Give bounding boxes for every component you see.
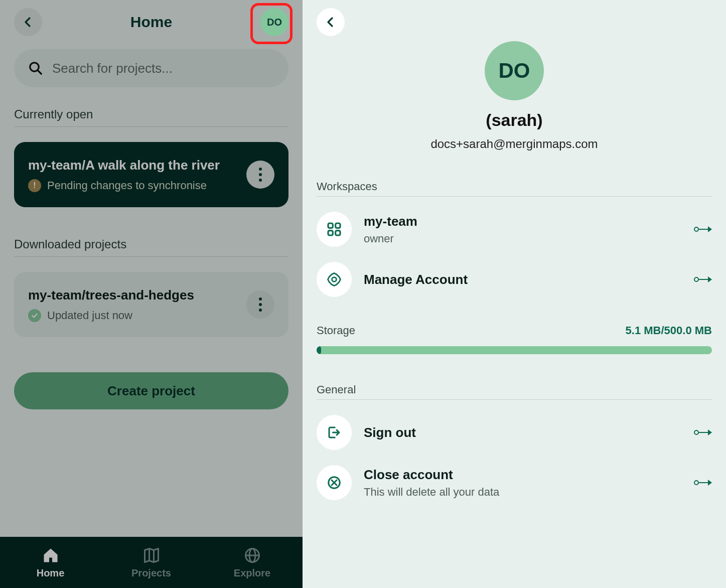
project-more-button[interactable] [246, 161, 274, 189]
svg-rect-5 [328, 223, 333, 228]
globe-icon [242, 546, 262, 564]
search-icon [28, 61, 43, 76]
storage-value: 5.1 MB/500.0 MB [626, 324, 712, 337]
nav-explore[interactable]: Explore [202, 537, 303, 588]
home-header: Home DO [14, 7, 288, 37]
chevron-left-icon [325, 16, 337, 28]
svg-rect-7 [328, 231, 333, 235]
workspace-name: my-team [364, 214, 694, 229]
workspace-icon [317, 212, 352, 247]
close-account-icon [317, 465, 352, 500]
project-more-button[interactable] [246, 290, 274, 319]
key-arrow-icon [694, 276, 712, 282]
project-status: Pending changes to synchronise [47, 179, 207, 192]
pending-icon: ! [28, 179, 41, 192]
svg-point-9 [332, 277, 337, 282]
current-project-card[interactable]: my-team/A walk along the river ! Pending… [14, 142, 288, 207]
close-account-sub: This will delete all your data [364, 486, 694, 499]
bottom-nav: Home Projects Explore [0, 537, 303, 588]
home-icon [41, 546, 61, 564]
sign-out-icon [317, 415, 352, 450]
close-account-label: Close account [364, 467, 694, 483]
gear-icon [317, 262, 352, 297]
storage-row: Storage 5.1 MB/500.0 MB [317, 324, 712, 337]
manage-account-label: Manage Account [364, 272, 694, 287]
workspace-role: owner [364, 232, 694, 245]
nav-home[interactable]: Home [0, 537, 101, 588]
manage-account-row[interactable]: Manage Account [317, 262, 712, 297]
chevron-left-icon [22, 16, 34, 28]
project-status: Updated just now [47, 309, 132, 322]
avatar-large: DO [485, 41, 544, 100]
highlight-annotation [250, 3, 293, 44]
svg-rect-6 [336, 223, 340, 228]
account-screen: DO (sarah) docs+sarah@merginmaps.com Wor… [303, 0, 726, 588]
svg-line-1 [38, 70, 41, 74]
create-project-button[interactable]: Create project [14, 372, 288, 409]
back-button[interactable] [317, 8, 345, 36]
username: (sarah) [317, 110, 712, 130]
ok-icon [28, 309, 41, 322]
back-button[interactable] [14, 8, 42, 36]
key-arrow-icon [694, 480, 712, 486]
profile-block: DO (sarah) docs+sarah@merginmaps.com [317, 41, 712, 151]
key-arrow-icon [694, 429, 712, 435]
project-name: my-team/trees-and-hedges [28, 287, 194, 303]
section-downloaded: Downloaded projects [14, 237, 288, 251]
storage-fill [317, 346, 321, 354]
key-arrow-icon [694, 226, 712, 232]
map-icon [141, 546, 162, 564]
search-placeholder: Search for projects... [52, 61, 173, 76]
section-workspaces: Workspaces [317, 180, 712, 193]
close-account-row[interactable]: Close account This will delete all your … [317, 465, 712, 500]
page-title: Home [130, 14, 172, 31]
downloaded-project-card[interactable]: my-team/trees-and-hedges Updated just no… [14, 272, 288, 337]
storage-bar [317, 346, 712, 354]
home-screen: Home DO Search for projects... Currently… [0, 0, 303, 588]
project-name: my-team/A walk along the river [28, 158, 220, 173]
search-input[interactable]: Search for projects... [14, 49, 288, 87]
sign-out-row[interactable]: Sign out [317, 415, 712, 450]
storage-label: Storage [317, 324, 355, 337]
workspace-row[interactable]: my-team owner [317, 212, 712, 247]
svg-rect-8 [336, 231, 340, 235]
section-general: General [317, 383, 712, 396]
sign-out-label: Sign out [364, 425, 694, 440]
section-currently-open: Currently open [14, 107, 288, 121]
nav-projects[interactable]: Projects [101, 537, 202, 588]
email: docs+sarah@merginmaps.com [317, 137, 712, 151]
